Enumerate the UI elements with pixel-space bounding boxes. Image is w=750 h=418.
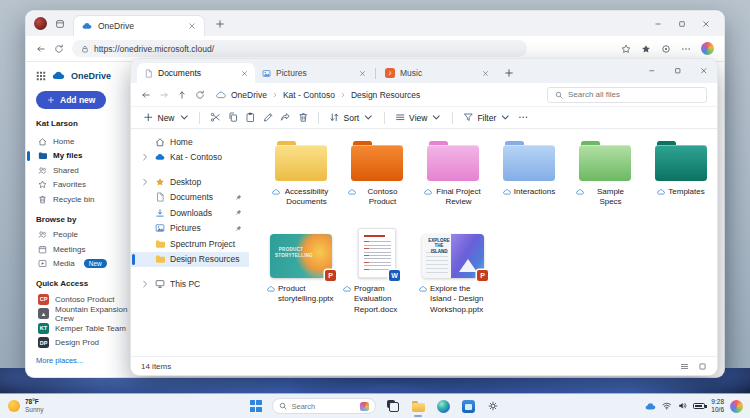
up-icon[interactable]	[177, 90, 187, 100]
nav-item-desktop[interactable]: Desktop	[131, 174, 249, 190]
quick-access-mountain-expansion-crew[interactable]: ▲ Mountain Expansion Crew	[36, 307, 132, 322]
battery-icon[interactable]	[693, 403, 705, 410]
nav-item-spectrum-project[interactable]: Spectrum Project	[131, 236, 249, 252]
tab-close-icon[interactable]	[482, 70, 489, 77]
close-button[interactable]	[691, 59, 717, 83]
browser-profile-icon[interactable]	[34, 17, 47, 30]
close-icon[interactable]	[702, 20, 710, 28]
expand-chevron-icon[interactable]	[140, 177, 150, 187]
explorer-tab-music[interactable]: ♪ Music	[378, 63, 496, 83]
folder-item[interactable]: Final Project Review	[415, 141, 491, 208]
sidebar-item-recycle-bin[interactable]: Recycle bin	[36, 192, 132, 207]
nav-item-downloads[interactable]: Downloads	[131, 205, 249, 221]
app-launcher-icon[interactable]	[36, 71, 46, 81]
cut-icon[interactable]	[210, 112, 221, 123]
nav-item-design-resources[interactable]: Design Resources	[131, 252, 249, 268]
sidebar-item-shared[interactable]: Shared	[36, 163, 132, 178]
wifi-icon[interactable]	[662, 401, 672, 411]
nav-item-home[interactable]: Home	[131, 134, 249, 150]
folder-item[interactable]: Accessibility Documents	[263, 141, 339, 208]
breadcrumb-design-resources[interactable]: Design Resources	[351, 90, 420, 100]
settings-button[interactable]	[486, 399, 501, 414]
person-icon	[38, 230, 47, 239]
back-icon[interactable]	[141, 90, 151, 100]
more-places-link[interactable]: More places...	[36, 356, 132, 365]
address-bar[interactable]: https://onedrive.microsoft.cloud/	[72, 40, 527, 57]
view-button[interactable]: View	[395, 112, 442, 123]
share-icon[interactable]	[280, 112, 291, 123]
volume-icon[interactable]	[678, 401, 688, 411]
copy-icon[interactable]	[228, 112, 239, 123]
paste-icon[interactable]	[245, 112, 256, 123]
forward-icon[interactable]	[159, 90, 169, 100]
minimize-button[interactable]	[639, 59, 665, 83]
explorer-tab-pictures[interactable]: Pictures	[255, 63, 373, 83]
tab-close-icon[interactable]	[241, 70, 248, 77]
breadcrumb-onedrive[interactable]: OneDrive	[231, 90, 267, 100]
sort-button[interactable]: Sort	[329, 112, 374, 123]
add-new-button[interactable]: Add new	[36, 91, 106, 109]
filter-button[interactable]: Filter	[463, 112, 511, 123]
large-icons-view-icon[interactable]	[698, 362, 707, 371]
folder-item[interactable]: Interactions	[491, 141, 567, 208]
folder-icon	[351, 141, 403, 181]
new-button[interactable]: New	[143, 112, 189, 123]
delete-icon[interactable]	[298, 112, 309, 123]
maximize-icon[interactable]	[678, 20, 686, 28]
sidebar-item-meetings[interactable]: Meetings	[36, 242, 132, 257]
tab-close-icon[interactable]	[359, 70, 366, 77]
back-icon[interactable]	[36, 44, 46, 54]
weather-widget[interactable]: 78°F Sunny	[8, 398, 43, 414]
sidebar-item-my-files[interactable]: My files	[36, 149, 132, 164]
expand-chevron-icon[interactable]	[140, 152, 150, 162]
new-tab-icon[interactable]	[504, 68, 514, 78]
copilot-icon[interactable]	[701, 42, 714, 55]
folder-item[interactable]: Templates	[643, 141, 717, 208]
sidebar-item-media[interactable]: Media New	[36, 257, 132, 272]
nav-item-documents[interactable]: Documents	[131, 190, 249, 206]
minimize-icon[interactable]	[654, 20, 662, 28]
nav-item-kat-contoso[interactable]: Kat - Contoso	[131, 150, 249, 166]
folder-item[interactable]: Contoso Product	[339, 141, 415, 208]
maximize-button[interactable]	[665, 59, 691, 83]
search-input[interactable]	[568, 90, 699, 99]
tab-close-icon[interactable]	[188, 22, 196, 30]
edge-button[interactable]	[436, 399, 451, 414]
favorites-list-icon[interactable]	[641, 44, 651, 54]
browser-essentials-icon[interactable]	[661, 44, 671, 54]
browser-tab-onedrive[interactable]: OneDrive	[73, 15, 205, 36]
file-explorer-button[interactable]	[411, 399, 426, 414]
start-button[interactable]	[250, 400, 262, 412]
refresh-icon[interactable]	[54, 44, 64, 54]
new-tab-icon[interactable]	[215, 19, 225, 29]
sidebar-item-home[interactable]: Home	[36, 134, 132, 149]
clock[interactable]: 9:28 10/6	[711, 398, 724, 414]
file-item[interactable]: EXPLORE THE ISLAND P Explore the Island …	[415, 226, 491, 315]
refresh-icon[interactable]	[195, 90, 205, 100]
more-options-icon[interactable]	[518, 112, 529, 123]
sidebar-item-favorites[interactable]: Favorites	[36, 178, 132, 193]
nav-item-this-pc[interactable]: This PC	[131, 276, 249, 292]
taskbar-search-input[interactable]	[292, 402, 355, 411]
file-item[interactable]: PRODUCT STORYTELLING P Product storytell…	[263, 226, 339, 315]
task-view-button[interactable]	[386, 399, 401, 414]
favorite-star-icon[interactable]	[621, 44, 631, 54]
more-menu-icon[interactable]	[681, 44, 691, 54]
file-item[interactable]: W Program Evaluation Report.docx	[339, 226, 415, 315]
copilot-tray-icon[interactable]	[730, 400, 743, 413]
folder-item[interactable]: Sample Specs	[567, 141, 643, 208]
rename-icon[interactable]	[263, 112, 274, 123]
explorer-tab-documents[interactable]: Documents	[137, 63, 255, 83]
details-view-icon[interactable]	[680, 362, 689, 371]
quick-access-kemper-table-team[interactable]: KT Kemper Table Team	[36, 321, 132, 336]
expand-chevron-icon[interactable]	[140, 279, 150, 289]
onedrive-tray-icon[interactable]	[645, 401, 656, 412]
nav-item-pictures[interactable]: Pictures	[131, 221, 249, 237]
explorer-search-box[interactable]	[547, 87, 707, 103]
breadcrumb-kat-contoso[interactable]: Kat - Contoso	[283, 90, 335, 100]
sidebar-item-people[interactable]: People	[36, 228, 132, 243]
tab-actions-icon[interactable]	[55, 19, 65, 29]
quick-access-design-prod[interactable]: DP Design Prod	[36, 336, 132, 351]
store-button[interactable]	[461, 399, 476, 414]
taskbar-search[interactable]	[272, 398, 376, 414]
